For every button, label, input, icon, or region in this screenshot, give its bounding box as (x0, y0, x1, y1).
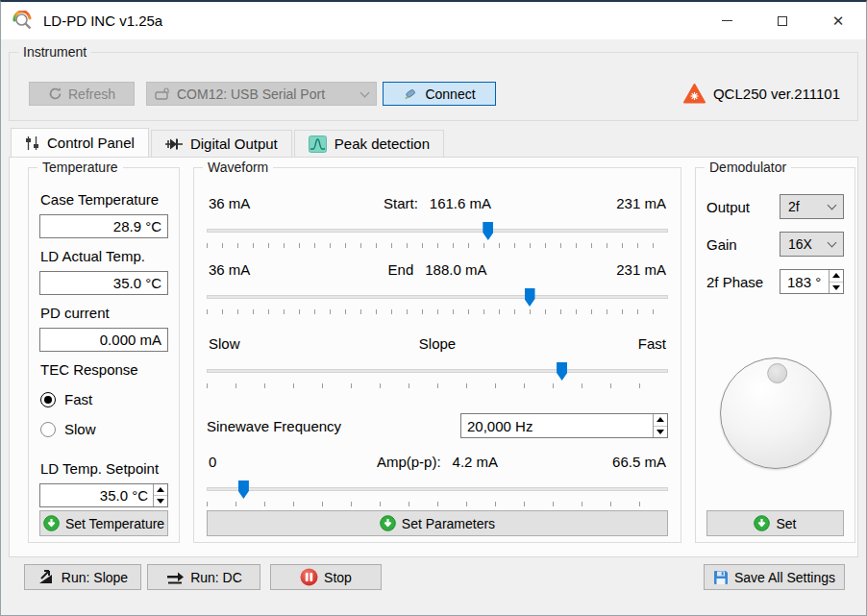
slider-track (207, 295, 668, 299)
set-temperature-button[interactable]: Set Temperature (39, 510, 168, 536)
tec-response-label: TEC Response (40, 361, 167, 378)
close-icon: ✕ (832, 13, 845, 28)
connect-label: Connect (425, 86, 475, 102)
chevron-down-icon (360, 87, 370, 97)
setpoint-spin-up[interactable] (154, 484, 167, 496)
sinewave-frequency-label: Sinewave Frequency (207, 418, 341, 434)
amp-slider-thumb[interactable] (238, 480, 249, 499)
amp-max-label: 66.5 mA (557, 454, 666, 470)
tick-marks (207, 502, 668, 506)
gain-label: Gain (706, 236, 737, 253)
chevron-down-icon (828, 238, 837, 248)
set-temperature-label: Set Temperature (65, 516, 164, 531)
sinewave-frequency-row: Sinewave Frequency (207, 413, 668, 438)
green-download-icon (754, 515, 770, 531)
app-window: LD-PD INC v1.25a ✕ Instrument Refresh (0, 0, 867, 616)
maximize-button[interactable] (755, 2, 810, 39)
set-parameters-button[interactable]: Set Parameters (207, 510, 668, 536)
waveform-group: Waveform 36 mA Start:161.6 mA 231 mA (193, 167, 681, 543)
start-min-label: 36 mA (209, 195, 317, 211)
gain-row: Gain 16X (706, 232, 844, 257)
tab-control-panel[interactable]: Control Panel (11, 128, 149, 157)
ld-actual-temp-field[interactable] (39, 271, 168, 295)
start-slider-track[interactable] (207, 221, 668, 240)
slope-slider-thumb[interactable] (557, 362, 567, 381)
tec-fast-option[interactable]: Fast (40, 391, 167, 407)
ld-temp-setpoint-field[interactable] (39, 483, 168, 507)
radio-slow[interactable] (40, 422, 56, 437)
start-max-label: 231 mA (557, 195, 666, 211)
control-panel-page: Temperature Case Temperature LD Actual T… (9, 157, 858, 557)
frequency-spin-up[interactable] (654, 414, 667, 427)
start-value: 161.6 mA (430, 195, 491, 211)
tab-peak-detection[interactable]: Peak detection (294, 130, 444, 157)
end-current-slider: 36 mA End188.0 mA 231 mA (207, 261, 668, 314)
start-current-slider: 36 mA Start:161.6 mA 231 mA (207, 195, 668, 248)
sinewave-frequency-spinbox (460, 413, 668, 438)
instrument-group-label: Instrument (18, 44, 91, 60)
start-slider-thumb[interactable] (483, 222, 493, 240)
refresh-button[interactable]: Refresh (29, 82, 135, 106)
phase-spin-up[interactable] (830, 270, 843, 283)
end-min-label: 36 mA (209, 261, 317, 278)
sinewave-frequency-field[interactable] (460, 413, 668, 438)
demodulator-group-label: Demodulator (705, 160, 791, 175)
end-max-label: 231 mA (557, 261, 666, 278)
slope-slider-track[interactable] (207, 361, 668, 381)
output-select[interactable]: 2f (780, 194, 844, 219)
amp-caption: Amp(p-p): (377, 454, 441, 470)
save-all-settings-button[interactable]: Save All Settings (704, 564, 845, 590)
ld-temp-setpoint-spinbox (39, 483, 168, 507)
sliders-icon (25, 136, 39, 151)
com-port-select[interactable]: COM12: USB Serial Port (146, 82, 377, 106)
save-icon (713, 570, 729, 585)
demodulator-set-button[interactable]: Set (706, 510, 844, 536)
window-title: LD-PD INC v1.25a (43, 12, 162, 29)
end-slider-track[interactable] (207, 287, 668, 307)
close-button[interactable]: ✕ (810, 2, 866, 39)
gain-select[interactable]: 16X (780, 232, 844, 257)
tick-marks (207, 309, 668, 314)
connect-button[interactable]: Connect (383, 82, 496, 106)
frequency-spin-down[interactable] (654, 427, 667, 438)
maximize-icon (778, 16, 787, 26)
slope-min-label: Slow (209, 335, 317, 352)
tab-digital-output[interactable]: Digital Output (151, 130, 292, 157)
pd-current-label: PD current (40, 305, 167, 321)
spin-up-icon (656, 417, 664, 422)
refresh-label: Refresh (68, 86, 115, 102)
phase-knob[interactable] (720, 357, 831, 469)
end-slider-thumb[interactable] (525, 288, 535, 307)
temperature-group-label: Temperature (37, 160, 123, 175)
device-version-label: QCL250 ver.211101 (713, 86, 840, 102)
amplitude-slider: 0 Amp(p-p):4.2 mA 66.5 mA (207, 454, 668, 506)
serial-port-icon (155, 87, 170, 101)
tab-digital-output-label: Digital Output (190, 136, 278, 152)
case-temperature-field[interactable] (39, 214, 168, 238)
pd-current-field[interactable] (39, 328, 168, 352)
tab-bar: Control Panel Digital Output (11, 130, 446, 157)
minimize-icon (722, 20, 732, 21)
footer-bar: Run: Slope Run: DC (1, 564, 866, 595)
minimize-button[interactable] (699, 2, 755, 39)
stop-button[interactable]: Stop (270, 564, 382, 590)
case-temperature-label: Case Temperature (40, 191, 167, 208)
amp-slider-track[interactable] (207, 480, 668, 499)
ld-actual-temp-label: LD Actual Temp. (40, 248, 167, 264)
peak-curve-icon (309, 136, 327, 153)
connector-plug-icon (403, 86, 418, 102)
output-value: 2f (788, 199, 800, 214)
run-slope-button[interactable]: Run: Slope (24, 564, 141, 590)
amp-value: 4.2 mA (453, 454, 499, 470)
spin-up-icon (832, 273, 840, 278)
phase-spin-down[interactable] (830, 283, 843, 294)
slope-slider: Slow Slope Fast (207, 335, 668, 388)
spin-down-icon (656, 430, 664, 434)
run-dc-button[interactable]: Run: DC (147, 564, 260, 590)
green-download-icon (43, 515, 60, 531)
tec-slow-option[interactable]: Slow (40, 421, 167, 437)
slope-max-label: Fast (557, 335, 666, 352)
device-info: QCL250 ver.211101 (683, 84, 840, 104)
setpoint-spin-down[interactable] (154, 496, 167, 506)
radio-fast[interactable] (40, 392, 56, 407)
